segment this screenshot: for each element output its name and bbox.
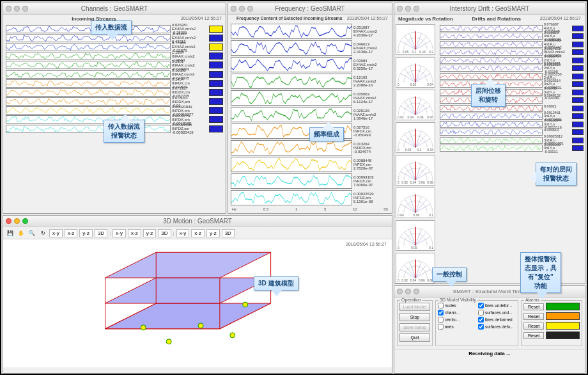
drift-titlebar[interactable]: Interstory Drift : GeoSMART [394, 3, 585, 15]
vis-checkbox-surfacesdefo[interactable]: surfaces defo... [478, 324, 516, 330]
magnitude-fan: 00.050.10.150.2 [396, 24, 435, 55]
channel-waveform[interactable] [6, 125, 171, 133]
vis-checkbox-centro[interactable]: centro... [438, 317, 476, 323]
drift-waveform[interactable] [440, 41, 543, 48]
frequency-titlebar[interactable]: Frequency : GeoSMART [228, 3, 392, 15]
frequency-waveform[interactable] [231, 107, 352, 122]
drift-timestamp: 2018/05/04 12:56:27 [540, 16, 581, 22]
channel-waveform[interactable] [6, 70, 171, 79]
save-icon[interactable]: 💾 [6, 228, 15, 237]
vis-checkbox-axes[interactable]: axes [438, 324, 476, 330]
frequency-waveform[interactable] [231, 40, 352, 56]
checkbox-input[interactable] [478, 317, 484, 323]
drift-waveform[interactable] [440, 113, 543, 120]
drift-waveform[interactable] [440, 145, 543, 152]
frequency-waveform[interactable] [231, 173, 352, 189]
svg-line-1 [415, 36, 426, 50]
view-button-xz[interactable]: x-z [65, 229, 78, 237]
op-button-load-model[interactable]: Load Model [399, 303, 430, 311]
reset-button[interactable]: Reset [523, 303, 544, 310]
checkbox-input[interactable] [478, 324, 484, 330]
vis-checkbox-linesundefor[interactable]: lines undefor... [478, 303, 516, 308]
drift-alarm-indicator [572, 26, 584, 31]
reset-button[interactable]: Reset [523, 323, 544, 330]
drift-waveform[interactable] [440, 65, 543, 72]
view-button-yz[interactable]: y-z [143, 229, 157, 237]
channel-waveform[interactable] [6, 52, 171, 60]
drift-alarm-indicator [572, 122, 584, 127]
view-button-xy[interactable]: x-y [176, 229, 190, 237]
frequency-info: 0.00022529INFDZ,cm5.1391e-08 [353, 192, 389, 203]
checkbox-input[interactable] [438, 303, 444, 308]
view-button-yz[interactable]: y-z [206, 229, 220, 237]
vis-checkbox-nodes[interactable]: nodes [438, 303, 476, 308]
channels-titlebar[interactable]: Channels : GeoSMART [3, 3, 226, 15]
channel-waveform[interactable] [6, 106, 171, 115]
view-button-yz[interactable]: y-z [79, 229, 93, 237]
vis-checkbox-surfacesund[interactable]: surfaces und... [478, 310, 516, 315]
view-button-3D[interactable]: 3D [222, 229, 235, 237]
view-button-xy[interactable]: x-y [112, 229, 126, 237]
refresh-icon[interactable]: ↻ [38, 228, 47, 237]
view-button-xz[interactable]: x-z [128, 229, 141, 237]
reset-button[interactable]: Reset [523, 313, 544, 320]
frequency-waveform[interactable] [231, 74, 352, 89]
channel-waveform[interactable] [6, 97, 171, 106]
svg-marker-65 [105, 278, 270, 303]
frequency-info: 0.03984EX4AZ,cm/s28.3250e-17 [353, 59, 389, 70]
svg-line-45 [405, 200, 415, 213]
drift-waveform[interactable] [440, 57, 543, 64]
channel-waveform[interactable] [6, 115, 171, 124]
svg-line-17 [415, 102, 426, 115]
op-button-quit[interactable]: Quit [399, 333, 430, 342]
frequency-waveform[interactable] [231, 140, 352, 156]
view-button-3D[interactable]: 3D [158, 229, 171, 237]
view-button-xz[interactable]: x-z [191, 229, 205, 237]
channel-waveform[interactable] [6, 25, 171, 33]
channel-waveform[interactable] [6, 79, 171, 88]
hand-icon[interactable]: ✋ [17, 228, 26, 237]
svg-line-28 [410, 131, 415, 147]
frequency-waveform[interactable] [231, 157, 352, 172]
motion3d-viewport[interactable]: 2018/05/04 12:56:27 [3, 239, 392, 367]
drift-dr-title: Drifts and Rotations [472, 16, 521, 22]
zoom-in-icon[interactable]: 🔍 [27, 228, 36, 237]
checkbox-input[interactable] [478, 303, 484, 308]
channel-waveform[interactable] [6, 34, 171, 42]
vis-checkbox-linesdeformed[interactable]: lines deformed [478, 317, 516, 323]
checkbox-input[interactable] [438, 317, 444, 323]
op-button-stop[interactable]: Stop [399, 313, 430, 321]
svg-line-36 [410, 164, 415, 180]
frequency-waveform[interactable] [231, 90, 352, 106]
op-button-save-setup[interactable]: Save Setup [399, 323, 430, 331]
drift-alarm-indicator [572, 97, 584, 103]
channel-waveform[interactable] [6, 61, 171, 69]
drift-waveform[interactable] [440, 129, 543, 136]
frequency-waveform[interactable] [231, 57, 352, 72]
drift-waveform[interactable] [440, 49, 543, 56]
drift-alarm-indicator [572, 42, 584, 47]
drift-waveform[interactable] [440, 137, 543, 144]
drift-waveform[interactable] [440, 33, 543, 40]
frequency-waveform[interactable] [231, 24, 352, 39]
view-button-3D[interactable]: 3D [95, 229, 107, 237]
drift-waveform[interactable] [440, 121, 543, 128]
channel-alarm-indicator [209, 61, 223, 68]
drift-waveform[interactable] [440, 25, 543, 32]
checkbox-input[interactable] [478, 310, 484, 315]
frequency-waveform[interactable] [231, 190, 352, 205]
drift-title: Interstory Drift : GeoSMART [450, 5, 530, 12]
checkbox-input[interactable] [438, 310, 444, 315]
view-button-xy[interactable]: x-y [49, 229, 63, 237]
magnitude-fan: 00.020.04 [396, 57, 435, 88]
svg-line-61 [405, 265, 415, 278]
channel-waveform[interactable] [6, 43, 171, 51]
channel-waveform[interactable] [6, 88, 171, 97]
svg-line-16 [415, 106, 430, 115]
reset-button[interactable]: Reset [523, 332, 544, 339]
vis-checkbox-chann[interactable]: chann... [438, 310, 476, 315]
motion3d-titlebar[interactable]: 3D Motion : GeoSMART [3, 216, 392, 227]
checkbox-label: surfaces defo... [485, 324, 513, 329]
checkbox-input[interactable] [438, 324, 444, 330]
drift-alarm-indicator [572, 113, 584, 119]
